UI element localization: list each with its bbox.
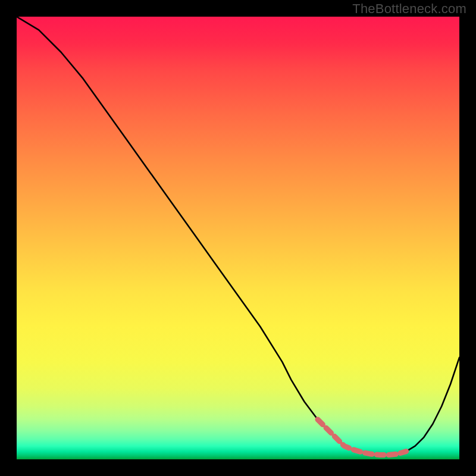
curve-layer bbox=[17, 17, 459, 455]
watermark-text: TheBottleneck.com bbox=[352, 1, 466, 17]
bottleneck-curve-path bbox=[17, 17, 459, 455]
chart-svg bbox=[17, 17, 459, 459]
plot-area bbox=[17, 17, 459, 459]
chart-frame: TheBottleneck.com bbox=[0, 0, 476, 476]
marker-band-path bbox=[318, 419, 406, 455]
